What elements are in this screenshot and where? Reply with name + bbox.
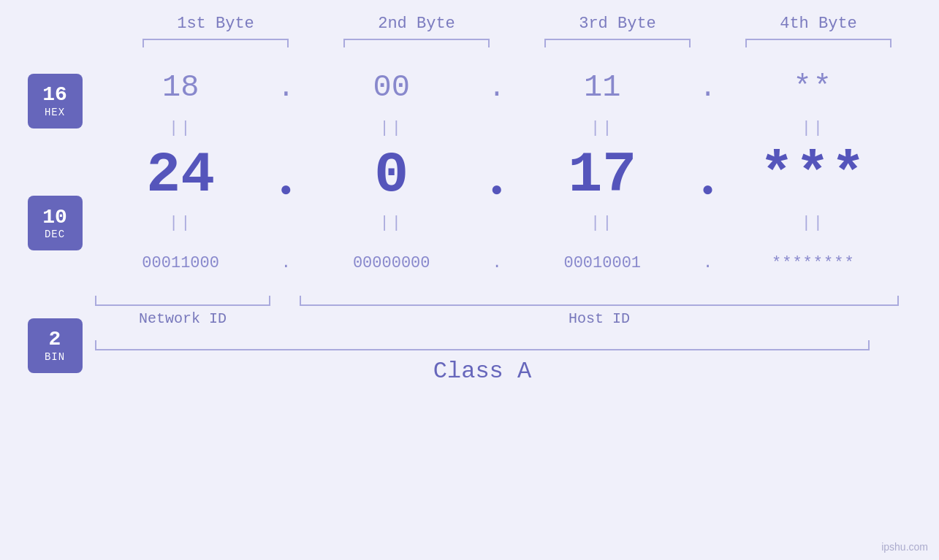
hex-badge: 16 HEX (28, 74, 83, 129)
hex-dot3: . (693, 72, 723, 104)
bottom-brackets (95, 296, 899, 306)
sep-row-2: || || || || (95, 212, 899, 234)
bin-dot3: . (693, 254, 723, 272)
header-byte2: 2nd Byte (336, 15, 497, 33)
byte-headers: 1st Byte 2nd Byte 3rd Byte 4th Byte (115, 15, 919, 33)
sep-row-1: || || || || (95, 117, 899, 139)
header-byte4: 4th Byte (738, 15, 899, 33)
sep2-b4: || (733, 214, 894, 232)
dec-dot1: ● (271, 150, 300, 202)
bracket-byte4 (745, 39, 892, 47)
network-id-label: Network ID (95, 310, 270, 327)
bin-badge-num: 2 (49, 329, 61, 351)
hex-b2: 00 (311, 70, 472, 105)
sep2-b1: || (100, 214, 261, 232)
dec-dot3: ● (693, 150, 723, 202)
sep1-b1: || (100, 119, 261, 137)
host-id-label: Host ID (300, 310, 899, 327)
dec-b1: 24 (100, 143, 261, 207)
main-row: 16 HEX 10 DEC 2 BIN 18 . (0, 55, 939, 385)
class-label: Class A (95, 358, 870, 385)
bin-row: 00011000 . 00000000 . 00010001 . (95, 234, 899, 292)
header-byte1: 1st Byte (135, 15, 296, 33)
values-grid: 18 . 00 . 11 . ** (95, 55, 939, 385)
host-bracket (300, 296, 899, 306)
main-container: 1st Byte 2nd Byte 3rd Byte 4th Byte 16 H… (0, 0, 939, 560)
bin-badge: 2 BIN (28, 318, 83, 373)
hex-dot1: . (271, 72, 300, 104)
hex-dot2: . (482, 72, 512, 104)
bin-b1: 00011000 (100, 254, 261, 272)
sep2-b2: || (311, 214, 472, 232)
bin-dot2: . (482, 254, 512, 272)
top-brackets (115, 39, 919, 47)
label-column: 16 HEX 10 DEC 2 BIN (0, 55, 95, 385)
dec-dot2: ● (482, 150, 512, 202)
sep1-b2: || (311, 119, 472, 137)
sep1-b3: || (522, 119, 683, 137)
hex-badge-label: HEX (45, 107, 65, 118)
header-byte3: 3rd Byte (537, 15, 698, 33)
hex-b4: ** (733, 70, 894, 105)
id-labels: Network ID Host ID (95, 310, 899, 327)
watermark: ipshu.com (881, 541, 928, 553)
hex-badge-num: 16 (42, 84, 67, 107)
sep2-b3: || (522, 214, 683, 232)
hex-row: 18 . 00 . 11 . ** (95, 58, 899, 117)
bin-b2: 00000000 (311, 254, 472, 272)
dec-badge-num: 10 (42, 207, 67, 229)
bracket-byte1 (142, 39, 289, 47)
sep1-b4: || (733, 119, 894, 137)
dec-badge-label: DEC (45, 229, 65, 240)
hex-b3: 11 (522, 70, 683, 105)
network-bracket (95, 296, 270, 306)
bin-dot1: . (271, 254, 300, 272)
dec-b3: 17 (522, 143, 683, 207)
class-bracket (95, 340, 870, 350)
dec-b2: 0 (311, 143, 472, 207)
dec-row: 24 ● 0 ● 17 ● *** (95, 139, 899, 212)
hex-b1: 18 (100, 70, 261, 105)
bracket-byte3 (544, 39, 691, 47)
bracket-byte2 (343, 39, 490, 47)
bracket-gap (270, 296, 300, 306)
dec-badge: 10 DEC (28, 196, 83, 250)
dec-b4: *** (733, 143, 894, 207)
bin-badge-label: BIN (45, 351, 65, 363)
bin-b4: ******** (733, 254, 894, 272)
bin-b3: 00010001 (522, 254, 683, 272)
